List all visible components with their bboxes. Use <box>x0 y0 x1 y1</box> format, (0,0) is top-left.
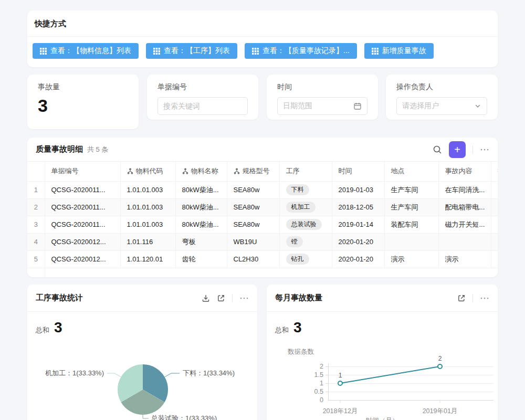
date-placeholder: 日期范围 <box>283 101 312 111</box>
doc-number-filter-card: 单据编号 <box>147 75 258 120</box>
column-label: 物料名称 <box>191 167 218 175</box>
cell-material-code: 1.01.01.003 <box>120 198 175 216</box>
col-place: 地点 <box>384 162 438 181</box>
column-label: 事故内容 <box>445 167 472 175</box>
col-doc-number: 单据编号 <box>45 162 120 181</box>
data-point[interactable] <box>338 381 342 385</box>
total-value: 3 <box>293 319 302 336</box>
cell-spec: SEA80w <box>227 181 279 198</box>
chevron-down-icon <box>474 102 481 110</box>
column-label: 物料代码 <box>136 167 163 175</box>
stat-value: 3 <box>38 96 128 116</box>
open-fullscreen-button[interactable] <box>217 294 225 302</box>
col-operator: 操作负责人 <box>491 162 498 181</box>
table-row[interactable]: 3 QCSG-2020011... 1.01.01.003 80kW柴油... … <box>27 216 498 233</box>
y-axis-title: 数据条数 <box>288 348 314 355</box>
column-label: 单据编号 <box>51 167 79 175</box>
export-button[interactable] <box>202 294 210 302</box>
avatar <box>498 184 498 196</box>
col-time: 时间 <box>332 162 384 181</box>
table-row-partial <box>27 268 498 277</box>
cell-content: 在车间清洗... <box>438 181 491 198</box>
cell-content: 演示 <box>438 250 491 268</box>
cell-material-name: 80kW柴油... <box>175 216 227 233</box>
row-index <box>27 268 45 277</box>
data-point-label: 1 <box>339 372 342 379</box>
accident-count-card: 事故量 3 <box>27 75 139 129</box>
avatar <box>498 254 498 265</box>
line-card-title: 每月事故数量 <box>275 293 322 303</box>
shortcut-view-process-list-button[interactable]: 查看：【工序】列表 <box>146 43 237 59</box>
add-record-button[interactable]: + <box>449 141 466 158</box>
shortcut-view-material-list-button[interactable]: 查看：【物料信息】列表 <box>33 43 139 59</box>
total-label: 总和 <box>36 326 49 335</box>
leader-line-bottom <box>143 415 149 418</box>
cell-material-name: 80kW柴油... <box>175 198 227 216</box>
cell-place: 生产车间 <box>384 181 438 198</box>
process-tag: 机加工 <box>286 202 316 212</box>
pie-total-row: 总和 3 <box>36 319 257 336</box>
grid-icon <box>252 48 259 55</box>
line-card-actions: ⋯ <box>457 293 489 303</box>
pie-slice-xialiao[interactable] <box>143 364 168 402</box>
divider <box>472 145 473 154</box>
cell-spec: SEA80w <box>227 198 279 216</box>
date-filter-label: 时间 <box>277 82 368 92</box>
pie-slice-zongzhuangshiyan[interactable] <box>121 390 164 415</box>
date-range-input[interactable]: 日期范围 <box>277 97 368 115</box>
data-point[interactable] <box>438 364 442 369</box>
table-row[interactable]: 5 QCSG-2020012... 1.01.120.01 齿轮 CL2H30 … <box>27 250 498 268</box>
pie-card-actions: ⋯ <box>202 293 249 303</box>
cell-time: 2019-01-14 <box>332 216 384 233</box>
cell-content: 配电箱带电... <box>438 198 491 216</box>
row-index: 3 <box>27 216 45 233</box>
grid-icon <box>153 48 160 55</box>
avatar <box>498 236 498 248</box>
table-row[interactable]: 1 QCSG-2020011... 1.01.01.003 80kW柴油... … <box>27 181 498 198</box>
table-row[interactable]: 4 QCSG-2020012... 1.01.116 弯板 WB19U 镗 20… <box>27 233 498 250</box>
cell-material-name: 齿轮 <box>175 250 227 268</box>
cell-material-name: 80kW柴油... <box>175 181 227 198</box>
cell-place: 装配车间 <box>384 216 438 233</box>
process-accident-pie-card: 工序事故统计 ⋯ 总和 3 下料：1(33.34%) <box>27 285 257 420</box>
search-button[interactable] <box>433 145 442 154</box>
col-material-code: 物料代码 <box>120 162 175 181</box>
line-total-row: 总和 3 <box>275 319 498 336</box>
avatar <box>498 219 498 230</box>
cell-place: 演示 <box>384 250 438 268</box>
table-header-row: 单据编号 物料代码 物料名称 规格型号 工序 时间 地点 事故内容 操作负责人 <box>27 162 498 181</box>
user-select-placeholder: 请选择用户 <box>402 101 439 111</box>
keyword-search-input[interactable] <box>158 97 248 115</box>
grid-icon <box>372 48 379 55</box>
more-menu-button[interactable]: ⋯ <box>239 293 249 303</box>
shortcut-add-quality-accident-button[interactable]: 新增质量事故 <box>364 43 434 59</box>
open-fullscreen-button[interactable] <box>457 294 466 302</box>
pie-label-zongzhuangshiyan: 总装试验：1(33.33%) <box>151 414 217 420</box>
divider <box>472 294 473 302</box>
cell-doc-number: QCSG-2020012... <box>45 250 120 268</box>
cell-time: 2020-01-20 <box>332 233 384 250</box>
shortcuts-buttons: 查看：【物料信息】列表 查看：【工序】列表 查看：【质量事故记录】... 新增质… <box>27 37 498 65</box>
avatar <box>498 202 498 213</box>
keyword-filter-label: 单据编号 <box>158 82 248 92</box>
shortcuts-title: 快捷方式 <box>27 10 498 37</box>
process-tag: 总装试验 <box>286 219 322 229</box>
user-select[interactable]: 请选择用户 <box>396 97 487 115</box>
y-tick-label: 2 <box>320 363 323 370</box>
cell-process: 总装试验 <box>279 216 332 233</box>
pie-card-header: 工序事故统计 ⋯ <box>27 285 257 312</box>
cell-doc-number: QCSG-2020011... <box>45 198 120 216</box>
col-content: 事故内容 <box>438 162 491 181</box>
grid-icon <box>40 48 47 55</box>
leader-line-left <box>107 373 121 377</box>
cell-doc-number: QCSG-2020011... <box>45 181 120 198</box>
more-menu-button[interactable]: ⋯ <box>480 293 489 303</box>
cell-process: 镗 <box>279 233 332 250</box>
stat-label: 事故量 <box>38 82 128 92</box>
shortcut-view-quality-records-button[interactable]: 查看：【质量事故记录】... <box>245 43 357 59</box>
pie-slice-jijiagong[interactable] <box>118 364 143 402</box>
table-record-count: 共 5 条 <box>87 145 108 154</box>
more-menu-button[interactable]: ⋯ <box>480 145 489 154</box>
cell-material-name: 弯板 <box>175 233 227 250</box>
table-row[interactable]: 2 QCSG-2020011... 1.01.01.003 80kW柴油... … <box>27 198 498 216</box>
